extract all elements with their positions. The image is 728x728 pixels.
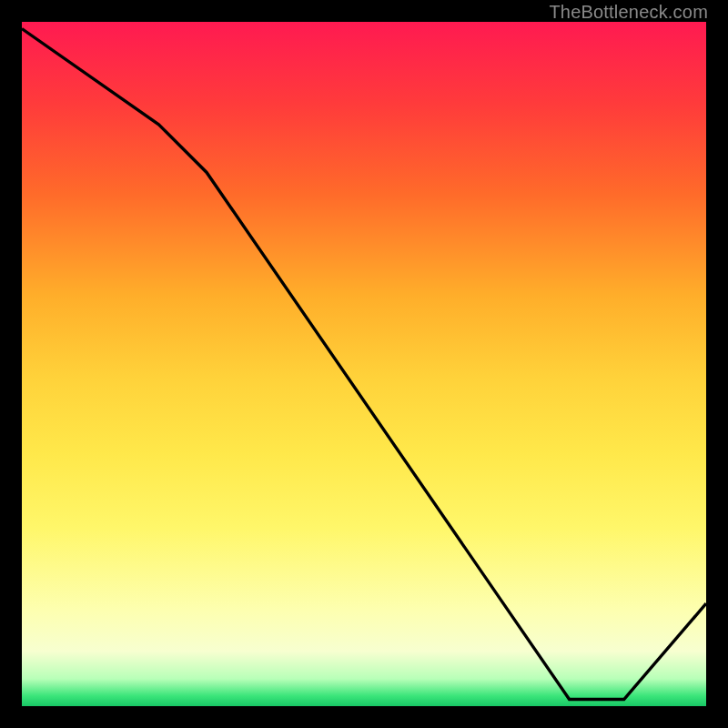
chart-series-line: [22, 29, 706, 700]
chart-plot-area: [18, 18, 710, 710]
chart-line-layer: [22, 22, 706, 706]
